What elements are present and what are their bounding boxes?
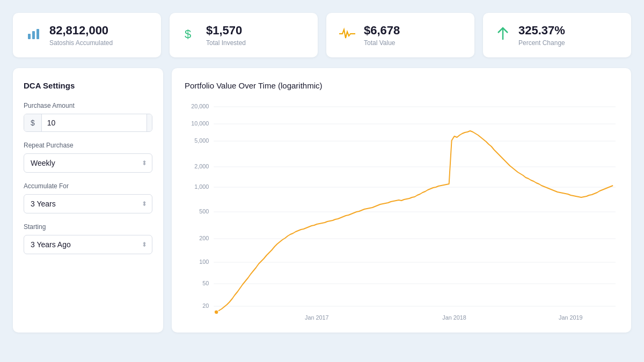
repeat-purchase-group: Repeat Purchase Weekly Daily Monthly ⬍ bbox=[24, 142, 152, 173]
percent-change-value: 325.37% bbox=[518, 24, 565, 38]
svg-text:100: 100 bbox=[199, 258, 209, 265]
total-value-label: Total Value bbox=[364, 39, 400, 47]
bars-icon bbox=[26, 26, 41, 44]
percent-change-card: 325.37% Percent Change bbox=[483, 13, 631, 57]
dollar-prefix: $ bbox=[24, 114, 42, 131]
repeat-purchase-label: Repeat Purchase bbox=[24, 142, 152, 149]
satoshis-card: 82,812,000 Satoshis Accumulated bbox=[13, 13, 161, 57]
starting-select[interactable]: 1 Year Ago 2 Years Ago 3 Years Ago 4 Yea… bbox=[24, 235, 152, 254]
repeat-purchase-select[interactable]: Weekly Daily Monthly bbox=[24, 153, 152, 173]
purchase-amount-label: Purchase Amount bbox=[24, 102, 152, 109]
chart-container: 20,000 10,000 5,000 2,000 1,000 500 200 … bbox=[185, 99, 618, 324]
arrow-up-icon bbox=[496, 26, 510, 45]
percent-change-label: Percent Change bbox=[518, 39, 565, 47]
invested-card: $ $1,570 Total Invested bbox=[170, 13, 318, 57]
svg-text:50: 50 bbox=[202, 280, 209, 286]
satoshis-label: Satoshis Accumulated bbox=[49, 39, 113, 47]
svg-text:1,000: 1,000 bbox=[194, 183, 209, 190]
repeat-purchase-wrapper: Weekly Daily Monthly ⬍ bbox=[24, 153, 152, 173]
invested-content: $1,570 Total Invested bbox=[206, 24, 246, 47]
svg-rect-0 bbox=[28, 34, 31, 39]
satoshis-content: 82,812,000 Satoshis Accumulated bbox=[49, 24, 113, 47]
svg-text:$: $ bbox=[185, 27, 191, 41]
total-value-content: $6,678 Total Value bbox=[364, 24, 400, 47]
accumulate-for-select[interactable]: 1 Year 2 Years 3 Years 4 Years 5 Years bbox=[24, 194, 152, 213]
starting-group: Starting 1 Year Ago 2 Years Ago 3 Years … bbox=[24, 223, 152, 254]
svg-text:200: 200 bbox=[199, 235, 209, 241]
satoshis-value: 82,812,000 bbox=[49, 24, 113, 38]
stats-cards: 82,812,000 Satoshis Accumulated $ $1,570… bbox=[13, 13, 631, 57]
accumulate-for-group: Accumulate For 1 Year 2 Years 3 Years 4 … bbox=[24, 182, 152, 213]
svg-text:Jan 2019: Jan 2019 bbox=[559, 314, 583, 321]
svg-text:20: 20 bbox=[202, 302, 209, 309]
invested-label: Total Invested bbox=[206, 39, 246, 47]
svg-text:500: 500 bbox=[199, 208, 209, 215]
percent-change-content: 325.37% Percent Change bbox=[518, 24, 565, 47]
purchase-amount-input-row: $ .00 bbox=[24, 114, 152, 132]
svg-text:Jan 2018: Jan 2018 bbox=[442, 314, 466, 321]
main-area: DCA Settings Purchase Amount $ .00 Repea… bbox=[13, 68, 631, 333]
invested-value: $1,570 bbox=[206, 24, 246, 38]
accumulate-for-label: Accumulate For bbox=[24, 182, 152, 190]
chart-panel: Portfolio Value Over Time (logarithmic) … bbox=[172, 68, 631, 333]
total-value-value: $6,678 bbox=[364, 24, 400, 38]
portfolio-chart: 20,000 10,000 5,000 2,000 1,000 500 200 … bbox=[185, 99, 618, 324]
dollar-icon: $ bbox=[182, 26, 197, 44]
settings-title: DCA Settings bbox=[24, 81, 152, 90]
pulse-icon bbox=[339, 27, 355, 43]
svg-rect-2 bbox=[36, 29, 39, 39]
chart-title: Portfolio Value Over Time (logarithmic) bbox=[185, 81, 618, 90]
svg-rect-1 bbox=[32, 31, 35, 39]
svg-text:20,000: 20,000 bbox=[191, 103, 209, 109]
svg-text:Jan 2017: Jan 2017 bbox=[305, 314, 329, 321]
svg-text:2,000: 2,000 bbox=[194, 163, 209, 169]
accumulate-for-wrapper: 1 Year 2 Years 3 Years 4 Years 5 Years ⬍ bbox=[24, 194, 152, 213]
svg-point-27 bbox=[214, 310, 218, 314]
purchase-amount-group: Purchase Amount $ .00 bbox=[24, 102, 152, 132]
svg-text:5,000: 5,000 bbox=[194, 137, 209, 144]
settings-panel: DCA Settings Purchase Amount $ .00 Repea… bbox=[13, 68, 163, 333]
starting-label: Starting bbox=[24, 223, 152, 231]
purchase-amount-input[interactable] bbox=[42, 114, 147, 131]
total-value-card: $6,678 Total Value bbox=[326, 13, 474, 57]
cents-suffix: .00 bbox=[147, 114, 152, 131]
starting-wrapper: 1 Year Ago 2 Years Ago 3 Years Ago 4 Yea… bbox=[24, 235, 152, 254]
svg-text:10,000: 10,000 bbox=[191, 120, 209, 127]
